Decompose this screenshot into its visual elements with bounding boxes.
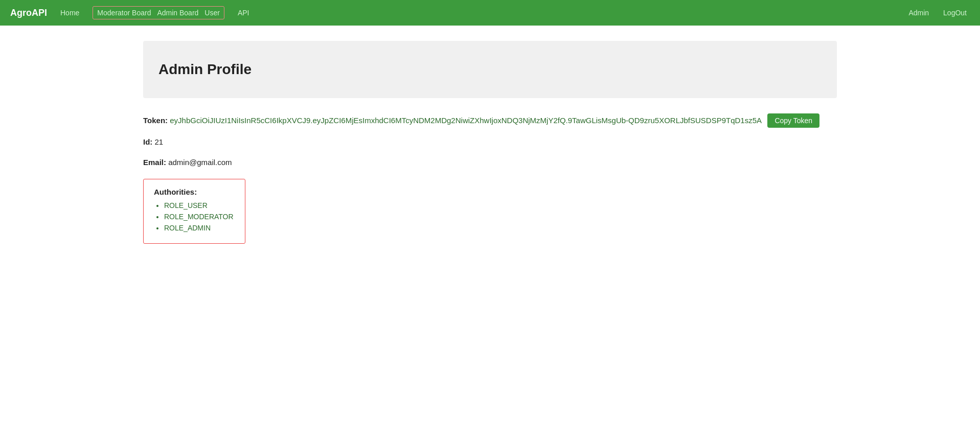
- token-field: Token: eyJhbGciOiJIUzI1NiIsInR5cCI6IkpXV…: [143, 113, 837, 128]
- nav-outlined-group: Moderator Board Admin Board User: [93, 6, 224, 19]
- hero-banner: Admin Profile: [143, 41, 837, 98]
- list-item: ROLE_USER: [164, 201, 235, 210]
- id-label: Id:: [143, 137, 152, 146]
- navbar-brand[interactable]: AgroAPI: [10, 8, 47, 18]
- list-item: ROLE_MODERATOR: [164, 213, 235, 221]
- navbar: AgroAPI Home Moderator Board Admin Board…: [0, 0, 980, 26]
- copy-token-button[interactable]: Copy Token: [767, 113, 819, 128]
- main-content: Admin Profile Token: eyJhbGciOiJIUzI1NiI…: [0, 26, 980, 269]
- nav-logout[interactable]: LogOut: [940, 7, 970, 19]
- page-title-rest: Profile: [203, 61, 252, 77]
- navbar-right: Admin LogOut: [905, 7, 970, 19]
- authorities-box: Authorities: ROLE_USER ROLE_MODERATOR RO…: [143, 179, 245, 244]
- email-field: Email: admin@gmail.com: [143, 156, 837, 169]
- page-title: Admin Profile: [158, 61, 822, 78]
- nav-link-user[interactable]: User: [202, 8, 222, 18]
- id-field: Id: 21: [143, 136, 837, 148]
- token-label: Token:: [143, 116, 168, 125]
- list-item: ROLE_ADMIN: [164, 224, 235, 232]
- email-label: Email:: [143, 158, 166, 167]
- nav-link-admin-board[interactable]: Admin Board: [155, 8, 200, 18]
- id-value: 21: [155, 137, 164, 146]
- email-value: admin@gmail.com: [168, 158, 232, 167]
- authorities-title: Authorities:: [154, 188, 235, 196]
- nav-admin-user[interactable]: Admin: [905, 7, 932, 19]
- authorities-list: ROLE_USER ROLE_MODERATOR ROLE_ADMIN: [154, 201, 235, 232]
- nav-link-api[interactable]: API: [235, 7, 253, 19]
- navbar-left: AgroAPI Home Moderator Board Admin Board…: [10, 6, 253, 19]
- nav-link-home[interactable]: Home: [57, 7, 82, 19]
- page-title-bold: Admin: [158, 61, 203, 77]
- nav-link-moderator-board[interactable]: Moderator Board: [95, 8, 153, 18]
- profile-section: Token: eyJhbGciOiJIUzI1NiIsInR5cCI6IkpXV…: [143, 113, 837, 254]
- token-value: eyJhbGciOiJIUzI1NiIsInR5cCI6IkpXVCJ9.eyJ…: [170, 116, 761, 125]
